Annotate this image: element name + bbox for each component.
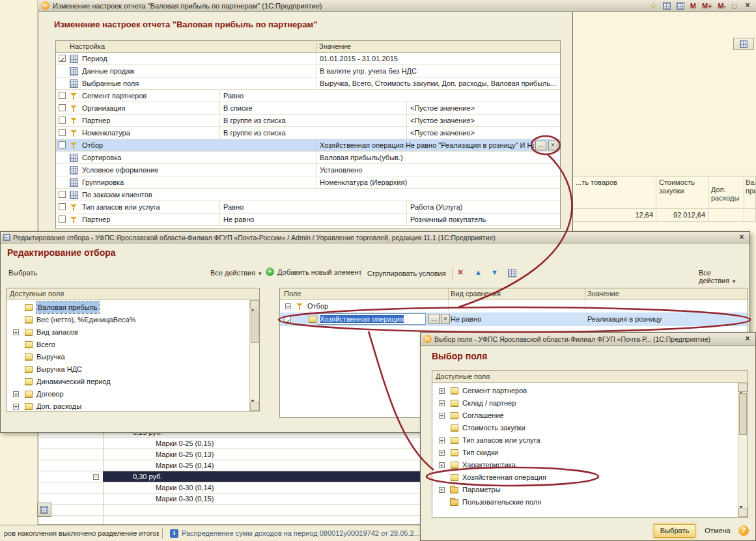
settings-row[interactable]: Условное оформлениеУстановлено xyxy=(56,164,560,176)
marks-row[interactable]: Марки 0-25 (0,15) xyxy=(38,438,420,449)
collapse-icon[interactable]: − xyxy=(285,303,291,309)
tree-item[interactable]: Выручка НДС xyxy=(7,363,249,376)
field-item[interactable]: +Соглашение xyxy=(432,409,738,422)
field-item[interactable]: +Сегмент партнеров xyxy=(432,385,738,397)
expand-icon[interactable]: + xyxy=(439,487,445,493)
collapse-icon[interactable]: − xyxy=(93,474,99,480)
ellipsis-button[interactable]: ... xyxy=(428,314,440,324)
field-edit-input[interactable]: Хозяйственная операция xyxy=(318,313,426,325)
expand-icon[interactable]: + xyxy=(439,437,445,443)
scroll-thumb[interactable] xyxy=(251,311,259,343)
settings-row[interactable]: НоменклатураВ группе из списка<Пустое зн… xyxy=(56,127,560,139)
row-checkbox[interactable] xyxy=(59,141,66,148)
help-icon[interactable]: ? xyxy=(738,525,749,536)
expand-icon[interactable]: + xyxy=(439,400,445,406)
clear-button[interactable]: × xyxy=(441,314,450,324)
settings-row[interactable]: Период01.01.2015 - 31.01.2015 xyxy=(56,53,560,65)
all-actions-left-button[interactable]: Все действия▼ xyxy=(210,269,262,277)
field-item[interactable]: +Тип запасов или услуга xyxy=(432,434,738,447)
tree-item[interactable]: Динамический период xyxy=(7,376,249,388)
settings-row[interactable]: Данные продажВ валюте упр. учета без НДС xyxy=(56,65,560,77)
ellipsis-button[interactable]: ... xyxy=(535,141,546,150)
settings-row[interactable]: По заказам клиентов xyxy=(56,189,560,201)
filter-group-row[interactable]: − Отбор xyxy=(280,300,748,312)
settings-row[interactable]: Сегмент партнеровРавно xyxy=(56,90,560,102)
dock-panel-button[interactable] xyxy=(37,503,51,517)
expand-icon[interactable]: + xyxy=(439,462,445,468)
delete-icon[interactable]: × xyxy=(458,267,463,277)
expand-icon[interactable]: + xyxy=(439,413,445,419)
settings-row[interactable]: ОрганизацияВ списке<Пустое значение> xyxy=(56,102,560,115)
field-item[interactable]: +Характеристика xyxy=(432,459,738,471)
field-item[interactable]: +Склад / партнер xyxy=(432,397,738,409)
close-button[interactable]: × xyxy=(736,233,747,242)
settings-row[interactable]: ГруппировкаНоменклатура (Иерархия) xyxy=(56,176,560,189)
settings-row[interactable]: ПартнерВ группе из списка<Пустое значени… xyxy=(56,115,560,127)
marks-row[interactable]: Марки 0-30 (0,15) xyxy=(38,493,420,505)
scrollbar[interactable] xyxy=(738,383,748,517)
expand-icon[interactable]: + xyxy=(13,391,19,397)
move-down-icon[interactable]: ▼ xyxy=(491,268,498,276)
status-message-right[interactable]: Распределение сумм доходов на период 080… xyxy=(182,529,420,537)
calendar-icon[interactable] xyxy=(677,2,684,10)
filter-condition-row[interactable]: Хозяйственная операция ... × Не равно Ре… xyxy=(280,312,748,326)
tree-item[interactable]: +Договор xyxy=(7,388,249,400)
settings-row[interactable]: Выбранные поляВыручка, Всего, Стоимость … xyxy=(56,77,560,90)
marks-row[interactable]: Марки 0-25 (0,13) xyxy=(38,449,420,460)
marks-row[interactable]: Марки 0-25 (0,14) xyxy=(38,460,420,471)
field-item[interactable]: +Параметры xyxy=(432,484,738,496)
row-checkbox[interactable] xyxy=(59,55,66,62)
memory-minus-button[interactable]: М- xyxy=(718,2,727,10)
settings-row[interactable]: Тип запасов или услугаРавноРабота (Услуг… xyxy=(56,201,560,214)
star-icon[interactable]: ☆ xyxy=(650,1,657,10)
service-panel-button[interactable] xyxy=(733,38,754,50)
condition-checkbox[interactable] xyxy=(284,316,291,323)
select-button[interactable]: Выбрать xyxy=(8,269,37,277)
row-checkbox[interactable] xyxy=(59,203,66,210)
tree-item[interactable]: Выручка xyxy=(7,351,249,363)
scroll-up-icon[interactable] xyxy=(738,383,748,392)
marks-row[interactable]: Марки 0-30 (0,14) xyxy=(38,482,420,493)
settings-row[interactable]: ОтборХозяйственная операция Не равно "Ре… xyxy=(56,139,560,152)
move-level-icon[interactable] xyxy=(508,269,516,277)
row-checkbox[interactable] xyxy=(59,104,66,111)
expand-icon[interactable]: + xyxy=(13,404,19,409)
scroll-thumb[interactable] xyxy=(739,393,747,435)
tree-item[interactable]: +Вид запасов xyxy=(7,326,249,339)
clear-button[interactable]: × xyxy=(548,141,557,150)
expand-icon[interactable]: + xyxy=(439,450,445,456)
select-field-button[interactable]: Выбрать xyxy=(654,524,695,538)
field-item[interactable]: Пользовательские поля xyxy=(432,496,738,508)
memory-button[interactable]: М xyxy=(690,2,696,10)
scroll-down-icon[interactable] xyxy=(250,402,259,411)
scrollbar[interactable] xyxy=(249,300,259,411)
row-checkbox[interactable] xyxy=(59,191,66,198)
row-checkbox[interactable] xyxy=(59,92,66,99)
field-item[interactable]: +Тип скидки xyxy=(432,447,738,459)
settings-row[interactable]: ПартнерНе равноРозничный покупатель xyxy=(56,214,560,226)
close-button[interactable]: × xyxy=(742,335,753,344)
tree-item[interactable]: Всего xyxy=(7,339,249,351)
expand-icon[interactable]: + xyxy=(13,329,19,335)
tree-item[interactable]: Вес (нетто), %ЕдиницаВеса% xyxy=(7,314,249,326)
group-conditions-button[interactable]: Сгруппировать условия xyxy=(367,270,446,277)
expand-icon[interactable]: + xyxy=(439,388,445,394)
field-item[interactable]: Хозяйственная операция xyxy=(432,471,738,484)
marks-row[interactable] xyxy=(38,505,420,516)
tree-item[interactable]: +Доп. расходы xyxy=(7,400,249,411)
row-checkbox[interactable] xyxy=(59,215,66,223)
memory-plus-button[interactable]: М+ xyxy=(702,2,712,10)
scroll-down-icon[interactable] xyxy=(738,508,748,517)
settings-row[interactable]: СортировкаВаловая прибыль(убыв.) xyxy=(56,152,560,164)
cancel-button[interactable]: Отмена xyxy=(701,524,735,538)
maximize-button[interactable]: □ xyxy=(732,2,736,10)
all-actions-right-button[interactable]: Все действия▼ xyxy=(699,269,749,284)
move-up-icon[interactable]: ▲ xyxy=(475,268,482,276)
tree-item[interactable]: Валовая прибыль xyxy=(7,301,249,314)
close-button[interactable]: × xyxy=(742,1,753,10)
scroll-up-icon[interactable] xyxy=(250,300,259,309)
add-element-button[interactable]: + Добавить новый элемент xyxy=(266,268,362,276)
calculator-icon[interactable] xyxy=(663,2,671,10)
marks-row[interactable]: −0,30 руб. xyxy=(38,471,420,482)
row-checkbox[interactable] xyxy=(59,129,66,136)
